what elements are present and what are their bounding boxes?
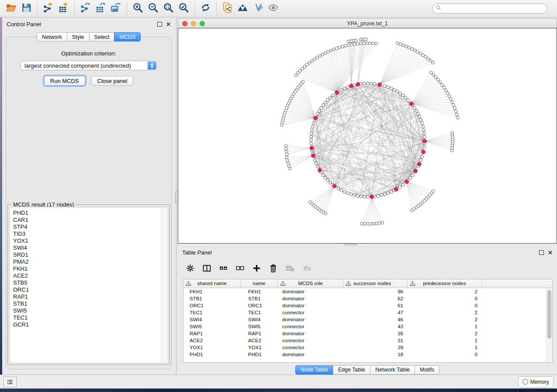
refresh-layout-icon [200,2,211,15]
memory-button[interactable]: Memory [518,376,554,388]
cell-successor-nodes: 46 [343,317,408,322]
task-history-button[interactable] [3,377,17,387]
result-node-item[interactable]: FKH1 [13,265,168,272]
optimization-criterion-select[interactable]: largest connected component (undirected) [21,61,157,70]
column-header[interactable]: shared name [183,279,241,288]
table-row[interactable]: ACE2ACE2connector311 [183,337,552,344]
result-node-item[interactable]: SWI4 [13,244,168,251]
cell-successor-nodes: 18 [343,352,408,357]
zoom-out-button[interactable] [145,2,161,15]
delete-column-button[interactable] [269,264,278,275]
result-node-item[interactable]: SRD1 [13,251,168,258]
cell-shared-name: YOX1 [183,345,241,350]
table-row[interactable]: RAP1RAP1dominator352 [183,330,552,337]
table-row[interactable]: SWI4SWI4dominator462 [183,316,552,323]
import-network-button[interactable] [41,2,56,15]
float-panel-icon[interactable] [157,22,162,27]
toggle-panel-button[interactable] [202,264,211,275]
close-panel-button[interactable]: Close panel [91,76,134,86]
table-row[interactable]: YOX1YOX1connector291 [183,344,552,351]
export-table-button[interactable] [93,2,108,15]
float-panel-icon[interactable] [539,250,544,255]
mcds-buttons-row: Run MCDS Close panel [44,76,133,86]
tab-network[interactable]: Network [37,32,67,41]
mcds-result-list[interactable]: PHD1CAR1STP4TID3YOX1SWI4SRD1PMA2FKH1ACE2… [9,207,168,363]
zoom-in-button[interactable] [130,2,145,15]
table-row[interactable]: ORC1ORC1dominator610 [183,302,552,309]
result-node-item[interactable]: STP4 [13,224,168,230]
result-node-item[interactable]: YOX1 [13,237,168,244]
table-mode-gear-icon [186,264,195,275]
column-header[interactable]: name [241,279,278,288]
cell-shared-name: TEC1 [183,310,241,315]
result-node-item[interactable]: CAR1 [13,217,168,224]
network-search-box[interactable] [432,3,547,14]
main-region: Control Panel NetworkStyleSelectMCDS Opt… [2,17,557,375]
run-mcds-button[interactable]: Run MCDS [44,76,85,86]
show-graphics-button[interactable] [266,2,281,15]
table-mode-gear-button[interactable] [186,264,195,275]
function-builder-icon: f(x) [302,264,311,275]
deselect-all-button[interactable] [235,264,245,275]
tab-select[interactable]: Select [89,32,115,41]
tab-network-table[interactable]: Network Table [370,365,415,375]
result-node-item[interactable]: ACE2 [13,272,168,279]
column-header[interactable]: successor nodes [343,279,408,288]
result-node-item[interactable]: PMA2 [13,258,168,265]
tab-node-table[interactable]: Node Table [295,365,333,375]
result-node-item[interactable]: TID3 [13,230,168,237]
zoom-selected-button[interactable] [176,2,191,15]
cell-name: RAP1 [241,331,278,336]
table-row[interactable]: STB1STB1dominator620 [183,295,552,302]
network-graph-svg[interactable] [178,28,557,243]
share-document-button[interactable] [220,2,235,15]
tab-edge-table[interactable]: Edge Table [333,365,370,375]
search-input[interactable] [442,5,544,12]
column-header[interactable]: predecessor nodes [408,279,482,288]
close-panel-icon[interactable] [548,250,553,255]
result-node-item[interactable]: TEC1 [13,314,168,321]
result-node-item[interactable]: GCR1 [13,321,168,328]
deselect-all-icon [235,264,245,275]
cell-name: ACE2 [241,338,278,343]
hide-graphics-button[interactable] [250,2,266,15]
search-network-button[interactable] [235,2,250,15]
node-table[interactable]: shared namenameMCDS rolesuccessor nodesp… [183,279,553,363]
toolbar-separator [216,2,217,15]
result-node-item[interactable]: SWI5 [13,307,168,314]
import-table-button[interactable] [56,2,71,15]
result-node-item[interactable]: PHD1 [13,210,168,217]
column-header[interactable]: MCDS role [278,279,343,288]
scrollbar-thumb[interactable] [547,290,551,339]
zoom-fit-button[interactable] [161,2,176,15]
open-folder-button[interactable] [3,2,19,15]
cell-mcds-role: connector [278,310,343,315]
result-node-item[interactable]: RAP1 [13,293,168,300]
tab-style[interactable]: Style [67,32,90,41]
network-window-titlebar[interactable]: YPA_prune.txt_1 [178,18,557,28]
table-row[interactable]: PHD1PHD1dominator180 [183,351,552,358]
result-node-item[interactable]: ORC1 [13,286,168,293]
table-scrollbar[interactable] [546,288,552,362]
network-canvas[interactable] [178,28,557,244]
cell-successor-nodes: 29 [343,345,408,350]
mcds-tab-content: NetworkStyleSelectMCDS Optimization crit… [6,37,172,369]
zoom-selected-icon [178,2,189,15]
tab-mcds[interactable]: MCDS [114,32,141,41]
delete-table-button[interactable] [285,264,294,275]
table-row[interactable]: SWI5SWI5connector431 [183,323,552,330]
table-row[interactable]: TEC1TEC1connector472 [183,309,552,316]
close-panel-icon[interactable] [166,22,171,27]
refresh-layout-button[interactable] [198,2,213,15]
export-image-button[interactable] [108,2,124,15]
select-all-button[interactable] [219,264,228,275]
save-session-button[interactable] [19,2,34,15]
result-node-item[interactable]: STB5 [13,279,168,286]
table-row[interactable]: FKH1FKH1dominator962 [183,288,552,295]
result-node-item[interactable]: STB1 [13,300,168,307]
result-scrollbar[interactable] [161,208,167,362]
add-column-button[interactable] [252,264,261,275]
function-builder-button[interactable]: f(x) [302,264,311,275]
tab-motifs[interactable]: Motifs [415,365,439,375]
export-network-button[interactable] [78,2,93,15]
